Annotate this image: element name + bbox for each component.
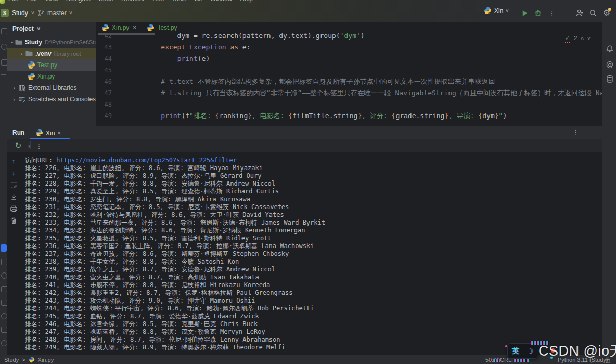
menu-view[interactable]: View [45, 0, 58, 4]
terminal-tool-icon[interactable] [1, 286, 7, 292]
code-lines[interactable]: dym = re.search(pattern, dy.text).group(… [145, 30, 602, 122]
menu-navigate[interactable]: Navigate [66, 0, 91, 4]
python-console-tool-icon[interactable] [1, 272, 7, 279]
window-header: FileEditViewNavigateCodeRefactorRunTools… [0, 0, 616, 22]
tree-item-study[interactable]: › Study D:\PythonProSet\Study [7, 36, 96, 48]
clear-all-button[interactable] [9, 216, 18, 225]
tree-item-external-libraries[interactable]: › External Libraries [7, 82, 96, 94]
menu-git[interactable]: Git [194, 0, 202, 4]
ai-assistant-button[interactable]: @ [606, 60, 614, 69]
expand-arrow-icon[interactable]: › [9, 41, 16, 43]
rerun-button[interactable]: ↻ [14, 141, 23, 150]
search-everywhere-button[interactable] [587, 7, 599, 19]
code-line: print(f"排名: {ranking}, 电影名: {filmTitle.s… [145, 110, 602, 122]
scroll-end-icon [10, 193, 18, 201]
code-line: dym = re.search(pattern, dy.text).group(… [145, 30, 602, 42]
menu-bar-items: FileEditViewNavigateCodeRefactorRunTools… [8, 0, 253, 4]
debug-button[interactable] [532, 7, 544, 19]
csdn-watermark: CSDN @io无心 [538, 342, 616, 360]
project-tool-icon[interactable] [1, 28, 7, 34]
console-url-link[interactable]: https://movie.douban.com/top250?start=22… [56, 157, 240, 164]
code-line [145, 64, 602, 76]
tree-item-label: Test.py [37, 61, 57, 69]
problems-tool-icon[interactable] [1, 313, 7, 319]
gear-icon: ⚙ [603, 9, 610, 17]
menu-edit[interactable]: Edit [26, 0, 37, 4]
console-row: 排名: 245, 电影名: 血钻, 评分: 8.7, 导演: 爱德华·兹威克 E… [25, 313, 601, 320]
ime-language-label: 英 [512, 346, 519, 356]
tree-item-annotation: library root [54, 50, 81, 57]
services-tool-icon[interactable] [1, 300, 7, 306]
menu-bar: FileEditViewNavigateCodeRefactorRunTools… [0, 0, 616, 4]
tree-item-test-py[interactable]: Test.py [7, 59, 96, 71]
scroll-to-end-button[interactable] [9, 192, 18, 201]
close-icon[interactable]: × [133, 24, 136, 31]
close-icon[interactable]: × [57, 129, 61, 137]
more-icon[interactable]: ⋮ [572, 128, 579, 136]
print-button[interactable] [9, 204, 18, 213]
soft-wrap-icon [10, 181, 18, 189]
project-panel-header[interactable]: Project ∨ [12, 25, 40, 32]
python-icon [484, 7, 492, 15]
menu-window[interactable]: Window [210, 0, 233, 4]
user-plus-icon [575, 9, 584, 17]
chevron-down-icon: ∨ [505, 9, 509, 13]
tree-item-scratches[interactable]: › Scratches and Consoles [7, 94, 96, 105]
commit-tool-icon[interactable] [1, 44, 7, 50]
more-tools-icon[interactable] [1, 74, 6, 75]
collapse-arrow-icon[interactable]: › [11, 96, 17, 102]
menu-help[interactable]: Help [240, 0, 253, 4]
status-breadcrumb[interactable]: Study > Xin.py [4, 355, 54, 364]
more-run-options-button[interactable]: ⋮ [545, 7, 558, 19]
todo-tool-icon[interactable] [1, 327, 7, 333]
input-method-indicator[interactable]: 英 ☽ [507, 343, 538, 359]
stop-button[interactable]: ■ [25, 141, 34, 150]
run-more-button[interactable]: ⋮ [34, 141, 44, 150]
pycharm-window: FileEditViewNavigateCodeRefactorRunTools… [0, 0, 616, 364]
console-row: 排名: 234, 电影名: 海边的曼彻斯特, 评分: 8.6, 导演: 肯尼斯·… [25, 227, 601, 235]
run-config-selector[interactable]: Xin ∨ [484, 7, 509, 15]
toolbar-right: Xin ∨ ⋮ ⚙ [481, 4, 616, 22]
scroll-up-button[interactable]: ↑ [9, 157, 18, 165]
more-icon: ⋮ [36, 142, 43, 150]
menu-code[interactable]: Code [98, 0, 113, 4]
debug-tool-icon[interactable] [1, 259, 7, 265]
breadcrumb-separator: > [22, 357, 25, 363]
settings-badge [608, 8, 611, 11]
tree-item-xin-py[interactable]: Xin.py [7, 71, 96, 82]
menu-run[interactable]: Run [152, 0, 164, 4]
breadcrumb-file: Xin.py [38, 357, 54, 363]
hide-panel-button[interactable]: — [588, 129, 595, 136]
right-tool-stripe: @ [602, 22, 616, 355]
moon-icon: ☽ [528, 347, 534, 355]
editor-area[interactable]: Xin.py × Test.py ✓ 2 ∧ ∨ 424344454647484… [96, 22, 602, 126]
database-button[interactable] [606, 75, 614, 83]
scroll-down-button[interactable]: ↓ [9, 168, 18, 177]
menu-refactor[interactable]: Refactor [121, 0, 145, 4]
chevron-down-icon: ∨ [69, 11, 73, 15]
project-widget[interactable]: S Study ∨ [0, 7, 37, 19]
collapse-arrow-icon[interactable]: › [11, 85, 17, 91]
vcs-tool-icon[interactable] [1, 340, 7, 346]
bug-icon [534, 9, 542, 17]
run-button[interactable] [518, 7, 531, 19]
collapse-arrow-icon[interactable]: › [19, 50, 24, 57]
code-line: # t.string 只有当该标签的内容“非常干净”——整个标签里只存在唯一一段… [145, 87, 602, 99]
git-branch-widget[interactable]: master ∨ [37, 7, 72, 19]
structure-tool-icon[interactable] [1, 59, 7, 66]
code-with-me-button[interactable] [573, 7, 586, 19]
menu-file[interactable]: File [8, 0, 18, 4]
run-console[interactable]: 访问URL: https://movie.douban.com/top250?s… [25, 157, 601, 355]
trash-icon [10, 217, 18, 225]
notifications-button[interactable] [606, 45, 614, 53]
tree-item-venv[interactable]: › .venv library root [7, 48, 96, 59]
console-row: 排名: 228, 电影名: 千钧一发, 评分: 8.8, 导演: 安德鲁·尼科尔… [25, 180, 601, 188]
settings-button[interactable]: ⚙ [600, 7, 613, 19]
console-row: 排名: 247, 电影名: 魂断蓝桥, 评分: 8.8, 导演: 茂文·勒鲁瓦 … [25, 328, 601, 336]
console-row: 排名: 233, 电影名: 彗星来的那一夜, 评分: 8.6, 导演: 詹姆斯·… [25, 219, 601, 227]
menu-tools[interactable]: Tools [172, 0, 186, 4]
branch-icon [37, 9, 45, 17]
console-row: 排名: 248, 电影名: 房间, 评分: 8.7, 导演: 伦尼·阿伯拉罕森 … [25, 336, 601, 344]
soft-wrap-button[interactable] [9, 180, 18, 189]
run-tool-icon-active[interactable] [1, 244, 7, 252]
